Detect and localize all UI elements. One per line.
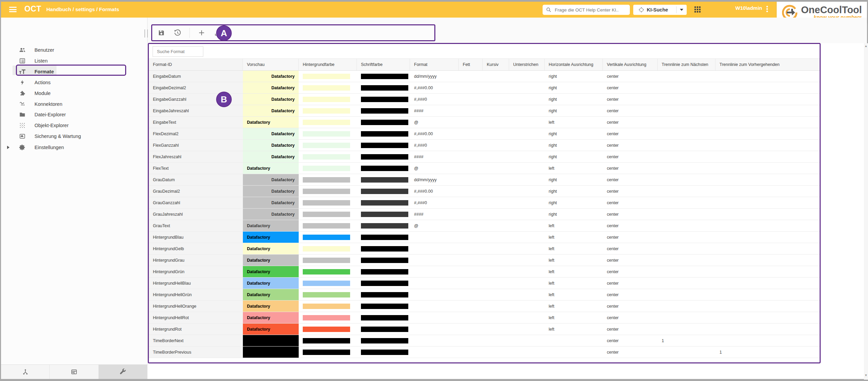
table-row[interactable]: EingabeTextDatafactory@leftcenter bbox=[149, 117, 820, 128]
sidebar-item-datei-explorer[interactable]: Datei-Explorer bbox=[1, 110, 146, 120]
column-header[interactable]: Trennlinie zum Vorhergehenden bbox=[715, 59, 820, 70]
cell-separator-next bbox=[658, 347, 715, 358]
column-header[interactable]: Horizontale Ausrichtung bbox=[545, 59, 603, 70]
cell-format bbox=[410, 312, 459, 324]
table-row[interactable]: HintergrundRotDatafactoryleftcenter bbox=[149, 324, 820, 335]
cell-font-color bbox=[357, 312, 410, 324]
sidebar-item-einstellungen[interactable]: Einstellungen bbox=[1, 142, 146, 152]
cell-horizontal-align bbox=[545, 347, 603, 358]
hamburger-icon[interactable] bbox=[9, 7, 17, 12]
splitter-handle[interactable] bbox=[144, 29, 148, 38]
cell-italic bbox=[483, 128, 509, 140]
sidebar-item-objekt-explorer[interactable]: Objekt-Explorer bbox=[1, 120, 146, 130]
cell-underline bbox=[509, 151, 545, 163]
cell-preview: Datafactory bbox=[243, 71, 299, 82]
dropdown-caret-icon[interactable] bbox=[680, 9, 683, 11]
cell-vertical-align: center bbox=[603, 289, 658, 301]
sidebar-item-actions[interactable]: Actions bbox=[1, 77, 146, 88]
add-icon[interactable] bbox=[197, 28, 206, 37]
table-row[interactable]: HintergrundHellRotDatafactoryleftcenter bbox=[149, 312, 820, 324]
table-row[interactable]: HintergrundGrünDatafactoryleftcenter bbox=[149, 266, 820, 278]
table-row[interactable]: FlexGanzzahlDatafactory#,###0rightcenter bbox=[149, 140, 820, 151]
cell-format-id: HintergrundGelb bbox=[149, 243, 243, 255]
table-body: EingabeDatumDatafactorydd/mm/yyyyrightce… bbox=[149, 71, 820, 358]
column-header[interactable]: Format bbox=[410, 59, 459, 70]
hierarchy-tab[interactable] bbox=[1, 365, 50, 379]
cell-format-id: TimeBorderPrevious bbox=[149, 347, 243, 358]
table-row[interactable]: EingabeDezimal2Datafactory#,###0.00right… bbox=[149, 82, 820, 94]
table-search-box[interactable] bbox=[153, 46, 203, 57]
sidebar-item-module[interactable]: Module bbox=[1, 88, 146, 98]
cell-font-color bbox=[357, 117, 410, 128]
table-row[interactable]: EingabeJahreszahlDatafactory####rightcen… bbox=[149, 105, 820, 117]
column-header[interactable]: Fett bbox=[459, 59, 483, 70]
search-input[interactable] bbox=[554, 7, 626, 13]
table-row[interactable]: TimeBorderPreviousDatafactorycenter1 bbox=[149, 347, 820, 358]
wrench-tab[interactable] bbox=[99, 365, 147, 379]
cell-background-color bbox=[299, 71, 357, 82]
cell-format-id: EingabeJahreszahl bbox=[149, 105, 243, 117]
cell-vertical-align: center bbox=[603, 243, 658, 255]
expand-arrow-icon[interactable] bbox=[7, 146, 9, 149]
table-row[interactable]: FlexDezimal2Datafactory#,###0.00rightcen… bbox=[149, 128, 820, 140]
scroll-up-icon[interactable]: ▲ bbox=[864, 44, 868, 48]
apps-grid-icon[interactable] bbox=[694, 6, 701, 13]
cell-italic bbox=[483, 347, 509, 358]
cell-vertical-align: center bbox=[603, 82, 658, 94]
table-row[interactable]: GrauGanzzahlDatafactory#,###0rightcenter bbox=[149, 197, 820, 209]
background-color-swatch bbox=[303, 200, 350, 206]
column-header[interactable]: Hintergrundfarbe bbox=[299, 59, 357, 70]
puzzle-icon bbox=[19, 90, 26, 97]
history-icon[interactable] bbox=[173, 28, 182, 37]
column-header[interactable]: Vertikale Ausrichtung bbox=[603, 59, 658, 70]
scroll-down-icon[interactable]: ▼ bbox=[864, 374, 868, 377]
table-row[interactable]: FlexJahreszahlDatafactory####rightcenter bbox=[149, 151, 820, 163]
table-search-input[interactable] bbox=[156, 49, 202, 54]
cell-underline bbox=[509, 163, 545, 174]
table-row[interactable]: EingabeDatumDatafactorydd/mm/yyyyrightce… bbox=[149, 71, 820, 82]
table-tab[interactable] bbox=[50, 365, 98, 379]
ki-suche-button[interactable]: KI-Suche bbox=[633, 5, 687, 15]
cell-preview: Datafactory bbox=[243, 220, 299, 232]
sidebar-item-formate[interactable]: Formate bbox=[1, 67, 146, 77]
table-row[interactable]: EingabeGanzzahlDatafactory#,###0rightcen… bbox=[149, 94, 820, 105]
table-row[interactable]: GrauJahreszahlDatafactory####rightcenter bbox=[149, 209, 820, 220]
help-search-box[interactable] bbox=[543, 5, 630, 15]
sidebar-item-benutzer[interactable]: Benutzer bbox=[1, 45, 146, 55]
table-row[interactable]: HintergrundGelbDatafactoryleftcenter bbox=[149, 243, 820, 255]
cell-underline bbox=[509, 335, 545, 347]
save-icon[interactable] bbox=[157, 28, 166, 37]
cell-format: @ bbox=[410, 117, 459, 128]
vertical-scrollbar[interactable] bbox=[864, 43, 868, 380]
cell-background-color bbox=[299, 232, 357, 243]
column-header[interactable]: Format-ID bbox=[149, 59, 243, 70]
kebab-menu-icon[interactable]: ••• bbox=[764, 5, 770, 13]
table-row[interactable]: GrauDatumDatafactorydd/mm/yyyyrightcente… bbox=[149, 174, 820, 186]
cell-italic bbox=[483, 151, 509, 163]
column-header[interactable]: Unterstrichen bbox=[509, 59, 545, 70]
table-row[interactable]: GrauDezimal2Datafactory#,###0.00rightcen… bbox=[149, 186, 820, 197]
font-color-swatch bbox=[361, 338, 408, 343]
background-color-swatch bbox=[303, 315, 350, 320]
sidebar-item-sicherung-wartung[interactable]: Sicherung & Wartung bbox=[1, 131, 146, 141]
column-header[interactable]: Vorschau bbox=[243, 59, 299, 70]
table-row[interactable]: HintergrundBlauDatafactoryleftcenter bbox=[149, 232, 820, 243]
background-color-swatch bbox=[303, 108, 350, 114]
background-color-swatch bbox=[303, 246, 350, 252]
column-header[interactable]: Schriftfarbe bbox=[357, 59, 410, 70]
cell-horizontal-align: right bbox=[545, 197, 603, 209]
cell-format bbox=[410, 347, 459, 358]
cell-bold bbox=[459, 255, 483, 266]
cell-format bbox=[410, 278, 459, 289]
table-row[interactable]: GrauTextDatafactory@leftcenter bbox=[149, 220, 820, 232]
table-row[interactable]: HintergrundHellOrangeDatafactoryleftcent… bbox=[149, 301, 820, 312]
cell-bold bbox=[459, 197, 483, 209]
column-header[interactable]: Kursiv bbox=[483, 59, 509, 70]
table-row[interactable]: TimeBorderNextDatafactorycenter1 bbox=[149, 335, 820, 347]
table-row[interactable]: HintergrundHellBlauDatafactoryleftcenter bbox=[149, 278, 820, 289]
sidebar-item-konnektoren[interactable]: Konnektoren bbox=[1, 99, 146, 109]
table-row[interactable]: FlexTextDatafactory@leftcenter bbox=[149, 163, 820, 174]
table-row[interactable]: HintergrundGrauDatafactoryleftcenter bbox=[149, 255, 820, 266]
column-header[interactable]: Trennlinie zum Nächsten bbox=[658, 59, 715, 70]
table-row[interactable]: HintergrundHellGrünDatafactoryleftcenter bbox=[149, 289, 820, 301]
